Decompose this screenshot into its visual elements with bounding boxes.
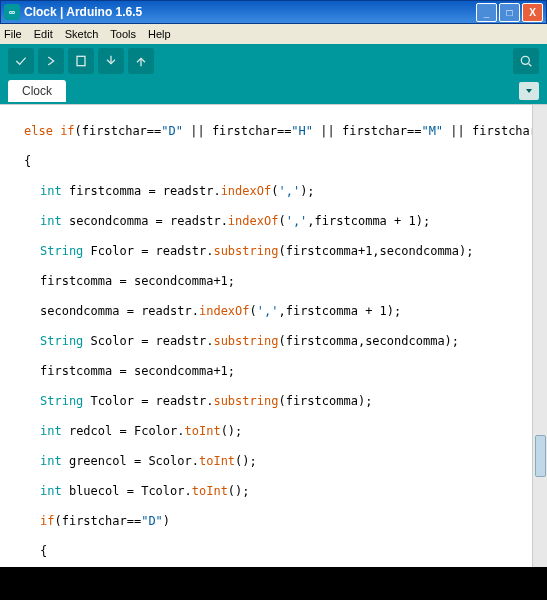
tab-clock[interactable]: Clock bbox=[8, 80, 66, 102]
tab-menu-button[interactable] bbox=[519, 82, 539, 100]
svg-point-3 bbox=[521, 56, 529, 64]
editor-area: else if(firstchar=="D" || firstchar=="H"… bbox=[0, 104, 547, 567]
minimize-button[interactable]: _ bbox=[476, 3, 497, 22]
verify-button[interactable] bbox=[8, 48, 34, 74]
upload-button[interactable] bbox=[38, 48, 64, 74]
open-button[interactable] bbox=[98, 48, 124, 74]
svg-line-4 bbox=[529, 64, 532, 67]
console-output[interactable] bbox=[0, 567, 547, 600]
tab-bar: Clock bbox=[0, 78, 547, 104]
code-editor[interactable]: else if(firstchar=="D" || firstchar=="H"… bbox=[0, 105, 532, 567]
toolbar bbox=[0, 44, 547, 78]
maximize-button[interactable]: □ bbox=[499, 3, 520, 22]
close-button[interactable]: X bbox=[522, 3, 543, 22]
menu-help[interactable]: Help bbox=[148, 28, 171, 40]
menu-bar: File Edit Sketch Tools Help bbox=[0, 24, 547, 44]
scrollbar-thumb[interactable] bbox=[535, 435, 546, 477]
svg-marker-5 bbox=[526, 89, 532, 93]
svg-rect-0 bbox=[77, 56, 85, 65]
window-title: Clock | Arduino 1.6.5 bbox=[24, 5, 476, 19]
menu-tools[interactable]: Tools bbox=[110, 28, 136, 40]
serial-monitor-button[interactable] bbox=[513, 48, 539, 74]
app-icon: ∞ bbox=[4, 4, 20, 20]
new-button[interactable] bbox=[68, 48, 94, 74]
menu-edit[interactable]: Edit bbox=[34, 28, 53, 40]
vertical-scrollbar[interactable] bbox=[532, 105, 547, 567]
menu-sketch[interactable]: Sketch bbox=[65, 28, 99, 40]
menu-file[interactable]: File bbox=[4, 28, 22, 40]
save-button[interactable] bbox=[128, 48, 154, 74]
window-titlebar[interactable]: ∞ Clock | Arduino 1.6.5 _ □ X bbox=[0, 0, 547, 24]
